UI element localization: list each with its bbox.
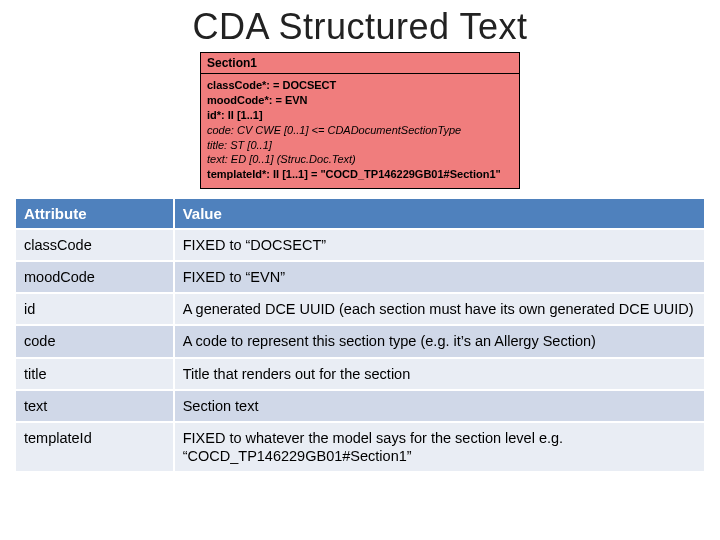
uml-attr-line: title: ST [0..1] <box>207 138 513 153</box>
page-title: CDA Structured Text <box>14 6 706 48</box>
uml-class-body: classCode*: = DOCSECT moodCode*: = EVN i… <box>201 74 519 188</box>
attribute-table: Attribute Value classCode FIXED to “DOCS… <box>14 197 706 473</box>
diagram-wrap: Section1 classCode*: = DOCSECT moodCode*… <box>14 52 706 189</box>
table-row: id A generated DCE UUID (each section mu… <box>15 293 705 325</box>
cell-val: FIXED to “DOCSECT” <box>174 229 705 261</box>
table-row: title Title that renders out for the sec… <box>15 358 705 390</box>
uml-class-box: Section1 classCode*: = DOCSECT moodCode*… <box>200 52 520 189</box>
uml-attr-line: id*: II [1..1] <box>207 108 513 123</box>
slide: CDA Structured Text Section1 classCode*:… <box>0 0 720 540</box>
cell-val: Title that renders out for the section <box>174 358 705 390</box>
uml-attr-line: text: ED [0..1] (Struc.Doc.Text) <box>207 152 513 167</box>
cell-val: FIXED to whatever the model says for the… <box>174 422 705 472</box>
cell-attr: id <box>15 293 174 325</box>
cell-val: FIXED to “EVN” <box>174 261 705 293</box>
cell-attr: classCode <box>15 229 174 261</box>
table-row: templateId FIXED to whatever the model s… <box>15 422 705 472</box>
uml-attr-line: classCode*: = DOCSECT <box>207 78 513 93</box>
uml-attr-line: templateId*: II [1..1] = "COCD_TP146229G… <box>207 167 513 182</box>
header-attribute: Attribute <box>15 198 174 229</box>
uml-attr-line: code: CV CWE [0..1] <= CDADocumentSectio… <box>207 123 513 138</box>
cell-attr: templateId <box>15 422 174 472</box>
table-row: moodCode FIXED to “EVN” <box>15 261 705 293</box>
cell-val: Section text <box>174 390 705 422</box>
uml-class-name: Section1 <box>201 53 519 74</box>
cell-attr: code <box>15 325 174 357</box>
cell-attr: text <box>15 390 174 422</box>
table-row: code A code to represent this section ty… <box>15 325 705 357</box>
table-row: classCode FIXED to “DOCSECT” <box>15 229 705 261</box>
cell-val: A generated DCE UUID (each section must … <box>174 293 705 325</box>
cell-val: A code to represent this section type (e… <box>174 325 705 357</box>
table-row: text Section text <box>15 390 705 422</box>
header-value: Value <box>174 198 705 229</box>
table-header-row: Attribute Value <box>15 198 705 229</box>
cell-attr: title <box>15 358 174 390</box>
cell-attr: moodCode <box>15 261 174 293</box>
uml-attr-line: moodCode*: = EVN <box>207 93 513 108</box>
